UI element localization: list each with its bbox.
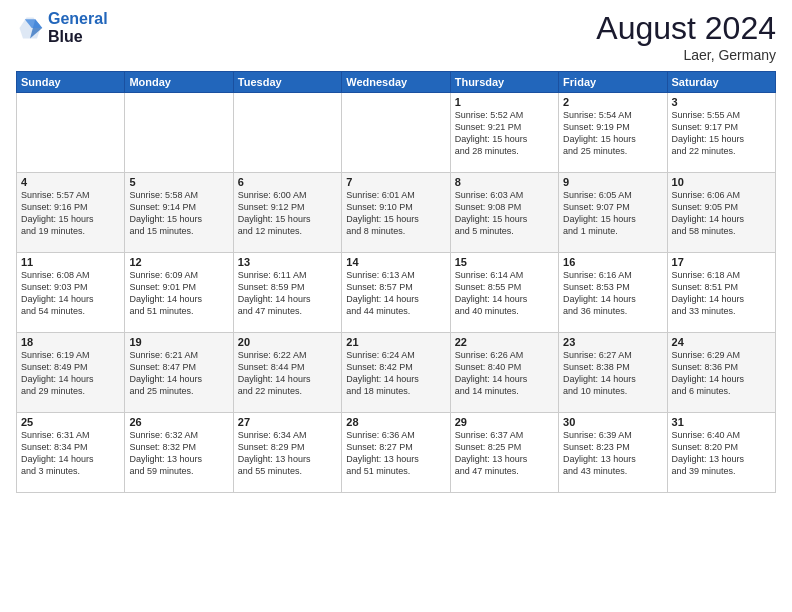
header-friday: Friday	[559, 72, 667, 93]
day-info: Sunrise: 6:03 AM Sunset: 9:08 PM Dayligh…	[455, 189, 554, 238]
week-row-3: 11Sunrise: 6:08 AM Sunset: 9:03 PM Dayli…	[17, 253, 776, 333]
day-number: 23	[563, 336, 662, 348]
header-monday: Monday	[125, 72, 233, 93]
day-number: 11	[21, 256, 120, 268]
day-info: Sunrise: 6:14 AM Sunset: 8:55 PM Dayligh…	[455, 269, 554, 318]
calendar-cell	[233, 93, 341, 173]
calendar-cell: 29Sunrise: 6:37 AM Sunset: 8:25 PM Dayli…	[450, 413, 558, 493]
calendar-cell: 2Sunrise: 5:54 AM Sunset: 9:19 PM Daylig…	[559, 93, 667, 173]
day-info: Sunrise: 6:05 AM Sunset: 9:07 PM Dayligh…	[563, 189, 662, 238]
day-info: Sunrise: 6:24 AM Sunset: 8:42 PM Dayligh…	[346, 349, 445, 398]
day-info: Sunrise: 6:01 AM Sunset: 9:10 PM Dayligh…	[346, 189, 445, 238]
calendar-page: General Blue August 2024 Laer, Germany S…	[0, 0, 792, 612]
header-sunday: Sunday	[17, 72, 125, 93]
calendar-cell: 8Sunrise: 6:03 AM Sunset: 9:08 PM Daylig…	[450, 173, 558, 253]
day-number: 17	[672, 256, 771, 268]
day-number: 30	[563, 416, 662, 428]
day-number: 29	[455, 416, 554, 428]
day-info: Sunrise: 6:36 AM Sunset: 8:27 PM Dayligh…	[346, 429, 445, 478]
calendar-cell: 30Sunrise: 6:39 AM Sunset: 8:23 PM Dayli…	[559, 413, 667, 493]
day-number: 5	[129, 176, 228, 188]
day-number: 24	[672, 336, 771, 348]
day-info: Sunrise: 6:16 AM Sunset: 8:53 PM Dayligh…	[563, 269, 662, 318]
location: Laer, Germany	[596, 47, 776, 63]
day-info: Sunrise: 5:55 AM Sunset: 9:17 PM Dayligh…	[672, 109, 771, 158]
day-number: 9	[563, 176, 662, 188]
calendar-cell: 14Sunrise: 6:13 AM Sunset: 8:57 PM Dayli…	[342, 253, 450, 333]
calendar-body: 1Sunrise: 5:52 AM Sunset: 9:21 PM Daylig…	[17, 93, 776, 493]
calendar-cell: 27Sunrise: 6:34 AM Sunset: 8:29 PM Dayli…	[233, 413, 341, 493]
calendar-cell: 3Sunrise: 5:55 AM Sunset: 9:17 PM Daylig…	[667, 93, 775, 173]
calendar-cell: 9Sunrise: 6:05 AM Sunset: 9:07 PM Daylig…	[559, 173, 667, 253]
calendar-cell: 10Sunrise: 6:06 AM Sunset: 9:05 PM Dayli…	[667, 173, 775, 253]
calendar-cell: 5Sunrise: 5:58 AM Sunset: 9:14 PM Daylig…	[125, 173, 233, 253]
calendar-cell: 1Sunrise: 5:52 AM Sunset: 9:21 PM Daylig…	[450, 93, 558, 173]
day-info: Sunrise: 6:34 AM Sunset: 8:29 PM Dayligh…	[238, 429, 337, 478]
calendar-cell	[342, 93, 450, 173]
day-info: Sunrise: 6:26 AM Sunset: 8:40 PM Dayligh…	[455, 349, 554, 398]
calendar-cell: 25Sunrise: 6:31 AM Sunset: 8:34 PM Dayli…	[17, 413, 125, 493]
header-wednesday: Wednesday	[342, 72, 450, 93]
calendar-cell: 31Sunrise: 6:40 AM Sunset: 8:20 PM Dayli…	[667, 413, 775, 493]
week-row-5: 25Sunrise: 6:31 AM Sunset: 8:34 PM Dayli…	[17, 413, 776, 493]
day-info: Sunrise: 5:54 AM Sunset: 9:19 PM Dayligh…	[563, 109, 662, 158]
day-number: 26	[129, 416, 228, 428]
day-info: Sunrise: 6:27 AM Sunset: 8:38 PM Dayligh…	[563, 349, 662, 398]
calendar-cell: 17Sunrise: 6:18 AM Sunset: 8:51 PM Dayli…	[667, 253, 775, 333]
day-number: 6	[238, 176, 337, 188]
day-number: 12	[129, 256, 228, 268]
calendar-cell: 26Sunrise: 6:32 AM Sunset: 8:32 PM Dayli…	[125, 413, 233, 493]
day-info: Sunrise: 6:40 AM Sunset: 8:20 PM Dayligh…	[672, 429, 771, 478]
day-number: 10	[672, 176, 771, 188]
day-info: Sunrise: 6:13 AM Sunset: 8:57 PM Dayligh…	[346, 269, 445, 318]
day-info: Sunrise: 6:29 AM Sunset: 8:36 PM Dayligh…	[672, 349, 771, 398]
calendar-cell	[125, 93, 233, 173]
logo-text: General Blue	[48, 10, 108, 45]
calendar-cell: 23Sunrise: 6:27 AM Sunset: 8:38 PM Dayli…	[559, 333, 667, 413]
day-number: 4	[21, 176, 120, 188]
header: General Blue August 2024 Laer, Germany	[16, 10, 776, 63]
calendar-cell: 19Sunrise: 6:21 AM Sunset: 8:47 PM Dayli…	[125, 333, 233, 413]
calendar-cell: 7Sunrise: 6:01 AM Sunset: 9:10 PM Daylig…	[342, 173, 450, 253]
day-info: Sunrise: 6:11 AM Sunset: 8:59 PM Dayligh…	[238, 269, 337, 318]
day-info: Sunrise: 6:18 AM Sunset: 8:51 PM Dayligh…	[672, 269, 771, 318]
day-info: Sunrise: 6:06 AM Sunset: 9:05 PM Dayligh…	[672, 189, 771, 238]
day-number: 27	[238, 416, 337, 428]
day-info: Sunrise: 6:39 AM Sunset: 8:23 PM Dayligh…	[563, 429, 662, 478]
calendar-cell: 20Sunrise: 6:22 AM Sunset: 8:44 PM Dayli…	[233, 333, 341, 413]
day-info: Sunrise: 5:57 AM Sunset: 9:16 PM Dayligh…	[21, 189, 120, 238]
calendar-cell: 21Sunrise: 6:24 AM Sunset: 8:42 PM Dayli…	[342, 333, 450, 413]
calendar-cell: 15Sunrise: 6:14 AM Sunset: 8:55 PM Dayli…	[450, 253, 558, 333]
day-info: Sunrise: 5:52 AM Sunset: 9:21 PM Dayligh…	[455, 109, 554, 158]
day-number: 3	[672, 96, 771, 108]
week-row-1: 1Sunrise: 5:52 AM Sunset: 9:21 PM Daylig…	[17, 93, 776, 173]
calendar-cell: 4Sunrise: 5:57 AM Sunset: 9:16 PM Daylig…	[17, 173, 125, 253]
calendar-cell: 6Sunrise: 6:00 AM Sunset: 9:12 PM Daylig…	[233, 173, 341, 253]
day-number: 16	[563, 256, 662, 268]
month-title: August 2024	[596, 10, 776, 47]
day-info: Sunrise: 6:21 AM Sunset: 8:47 PM Dayligh…	[129, 349, 228, 398]
day-number: 8	[455, 176, 554, 188]
header-saturday: Saturday	[667, 72, 775, 93]
calendar-cell: 16Sunrise: 6:16 AM Sunset: 8:53 PM Dayli…	[559, 253, 667, 333]
week-row-2: 4Sunrise: 5:57 AM Sunset: 9:16 PM Daylig…	[17, 173, 776, 253]
day-header-row: Sunday Monday Tuesday Wednesday Thursday…	[17, 72, 776, 93]
day-number: 20	[238, 336, 337, 348]
day-number: 22	[455, 336, 554, 348]
day-info: Sunrise: 6:22 AM Sunset: 8:44 PM Dayligh…	[238, 349, 337, 398]
calendar-cell: 18Sunrise: 6:19 AM Sunset: 8:49 PM Dayli…	[17, 333, 125, 413]
calendar-cell: 28Sunrise: 6:36 AM Sunset: 8:27 PM Dayli…	[342, 413, 450, 493]
day-info: Sunrise: 6:09 AM Sunset: 9:01 PM Dayligh…	[129, 269, 228, 318]
day-number: 7	[346, 176, 445, 188]
header-tuesday: Tuesday	[233, 72, 341, 93]
day-info: Sunrise: 6:19 AM Sunset: 8:49 PM Dayligh…	[21, 349, 120, 398]
header-thursday: Thursday	[450, 72, 558, 93]
day-number: 25	[21, 416, 120, 428]
title-area: August 2024 Laer, Germany	[596, 10, 776, 63]
day-info: Sunrise: 6:31 AM Sunset: 8:34 PM Dayligh…	[21, 429, 120, 478]
day-number: 19	[129, 336, 228, 348]
day-number: 15	[455, 256, 554, 268]
calendar-cell: 11Sunrise: 6:08 AM Sunset: 9:03 PM Dayli…	[17, 253, 125, 333]
day-number: 2	[563, 96, 662, 108]
day-number: 13	[238, 256, 337, 268]
